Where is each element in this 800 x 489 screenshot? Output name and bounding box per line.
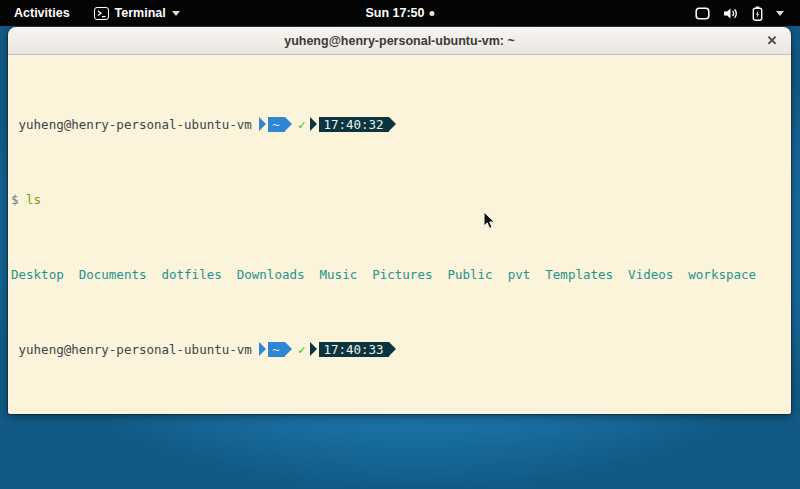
close-button[interactable]: ✕ xyxy=(763,32,781,50)
prompt-path-segment: ~ xyxy=(259,117,292,132)
battery-charging-icon xyxy=(752,6,763,21)
typed-command: ls xyxy=(26,192,41,207)
prompt-time-segment: 17:40:32 xyxy=(310,117,395,132)
clock-menu[interactable]: Sun 17:50 xyxy=(365,0,434,26)
chevron-down-icon xyxy=(172,11,180,16)
prompt-path-segment: ~ xyxy=(259,342,292,357)
terminal-icon xyxy=(94,7,109,20)
prompt-symbol: $ xyxy=(11,192,26,207)
notification-dot xyxy=(430,11,435,16)
prompt-path: ~ xyxy=(268,117,285,132)
activities-button[interactable]: Activities xyxy=(0,0,84,26)
prompt-path: ~ xyxy=(268,342,285,357)
window-title: yuheng@henry-personal-ubuntu-vm: ~ xyxy=(284,34,515,48)
window-titlebar[interactable]: yuheng@henry-personal-ubuntu-vm: ~ ✕ xyxy=(8,27,791,55)
system-tray[interactable] xyxy=(695,0,800,26)
status-check-icon: ✓ xyxy=(292,342,311,357)
status-check-icon: ✓ xyxy=(292,117,311,132)
screen-icon xyxy=(695,7,710,20)
volume-icon xyxy=(723,7,739,20)
prompt-time-segment: 17:40:33 xyxy=(310,342,395,357)
ls-output-line: Desktop Documents dotfiles Downloads Mus… xyxy=(11,267,788,282)
prompt-time: 17:40:33 xyxy=(319,342,388,357)
clock-label: Sun 17:50 xyxy=(365,6,424,20)
top-bar-left: Activities Terminal xyxy=(0,0,190,26)
terminal-content[interactable]: yuheng@henry-personal-ubuntu-vm ~ ✓ 17:4… xyxy=(8,55,791,414)
command-line: $ ls xyxy=(11,192,788,207)
powerline-arrow-icon xyxy=(259,117,266,131)
powerline-arrow-icon xyxy=(310,342,317,356)
powerline-arrow-icon xyxy=(389,117,396,131)
powerline-arrow-icon xyxy=(310,117,317,131)
top-bar: Activities Terminal Sun 17:50 xyxy=(0,0,800,26)
prompt-line: yuheng@henry-personal-ubuntu-vm ~ ✓ 17:4… xyxy=(11,117,788,132)
prompt-user-host: yuheng@henry-personal-ubuntu-vm xyxy=(11,117,259,132)
powerline-arrow-icon xyxy=(389,342,396,356)
powerline-arrow-icon xyxy=(259,342,266,356)
app-menu-label: Terminal xyxy=(115,6,166,20)
terminal-window: yuheng@henry-personal-ubuntu-vm: ~ ✕ yuh… xyxy=(8,27,791,414)
powerline-arrow-icon xyxy=(285,117,292,131)
chevron-down-icon xyxy=(776,11,784,16)
app-menu-terminal[interactable]: Terminal xyxy=(84,0,190,26)
powerline-arrow-icon xyxy=(285,342,292,356)
prompt-time: 17:40:32 xyxy=(319,117,388,132)
prompt-line: yuheng@henry-personal-ubuntu-vm ~ ✓ 17:4… xyxy=(11,342,788,357)
prompt-user-host: yuheng@henry-personal-ubuntu-vm xyxy=(11,342,259,357)
